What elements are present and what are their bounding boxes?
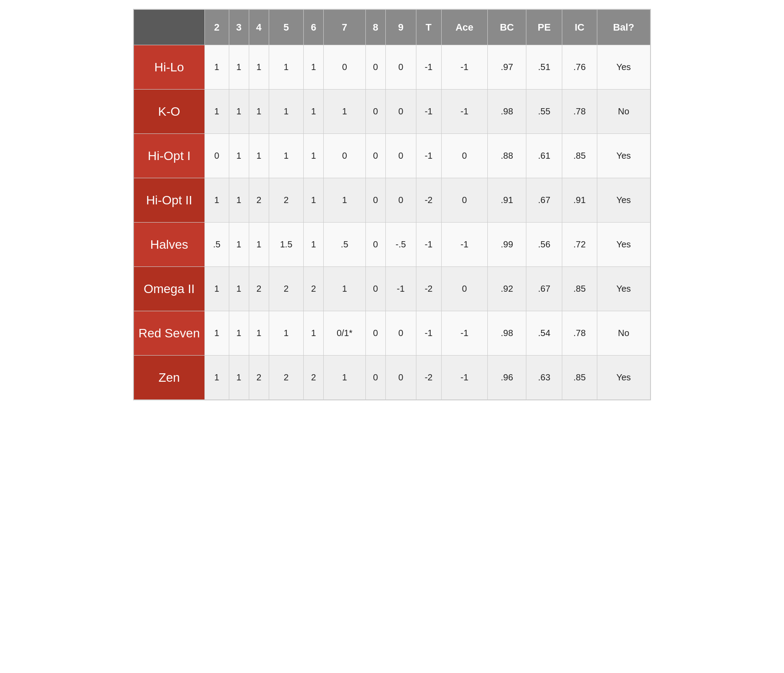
data-cell: 1	[205, 356, 229, 400]
row-label-hi-lo: Hi-Lo	[134, 45, 205, 90]
row-label-hi-opt-ii: Hi-Opt II	[134, 178, 205, 223]
column-header-5: 5	[269, 10, 303, 45]
data-cell: 1	[229, 311, 249, 356]
data-cell: .92	[488, 267, 526, 311]
data-cell: 0	[365, 90, 385, 134]
data-cell: .67	[526, 267, 562, 311]
data-cell: 0	[441, 178, 488, 223]
data-cell: Yes	[597, 178, 650, 223]
data-cell: 1	[205, 178, 229, 223]
column-header-strategy	[134, 10, 205, 45]
row-label-omega-ii: Omega II	[134, 267, 205, 311]
data-cell: 1	[324, 90, 366, 134]
row-label-hi-opt-i: Hi-Opt I	[134, 134, 205, 178]
data-cell: .96	[488, 356, 526, 400]
data-cell: 0	[441, 134, 488, 178]
data-cell: 1	[303, 90, 323, 134]
column-header-bal: Bal?	[597, 10, 650, 45]
column-header-pe: PE	[526, 10, 562, 45]
data-cell: 1	[249, 311, 269, 356]
data-cell: 1.5	[269, 223, 303, 267]
data-cell: -2	[416, 356, 441, 400]
data-cell: .99	[488, 223, 526, 267]
data-cell: 1	[205, 90, 229, 134]
column-header-4: 4	[249, 10, 269, 45]
data-cell: 2	[303, 356, 323, 400]
data-cell: 1	[269, 311, 303, 356]
data-cell: 1	[303, 178, 323, 223]
data-cell: .91	[488, 178, 526, 223]
data-cell: 1	[249, 90, 269, 134]
column-header-3: 3	[229, 10, 249, 45]
column-header-6: 6	[303, 10, 323, 45]
data-cell: 1	[269, 90, 303, 134]
column-header-8: 8	[365, 10, 385, 45]
data-cell: .88	[488, 134, 526, 178]
data-cell: .63	[526, 356, 562, 400]
data-cell: -1	[441, 45, 488, 90]
table-row: Red Seven111110/1*00-1-1.98.54.78No	[134, 311, 651, 356]
table-row: Omega II1122210-1-20.92.67.85Yes	[134, 267, 651, 311]
data-cell: -1	[441, 223, 488, 267]
table-row: Zen11222100-2-1.96.63.85Yes	[134, 356, 651, 400]
data-cell: 1	[205, 267, 229, 311]
data-cell: 1	[229, 267, 249, 311]
data-cell: No	[597, 90, 650, 134]
data-cell: 0	[324, 45, 366, 90]
data-cell: .85	[562, 267, 597, 311]
row-label-zen: Zen	[134, 356, 205, 400]
row-label-halves: Halves	[134, 223, 205, 267]
data-cell: Yes	[597, 45, 650, 90]
data-cell: .67	[526, 178, 562, 223]
data-cell: 0	[365, 267, 385, 311]
data-cell: 1	[324, 356, 366, 400]
data-cell: 1	[303, 223, 323, 267]
data-cell: Yes	[597, 223, 650, 267]
data-cell: Yes	[597, 267, 650, 311]
data-cell: 0	[385, 134, 416, 178]
data-cell: 0	[324, 134, 366, 178]
data-cell: 1	[303, 45, 323, 90]
data-cell: -1	[416, 134, 441, 178]
data-cell: .55	[526, 90, 562, 134]
data-cell: -1	[441, 311, 488, 356]
data-cell: 1	[229, 178, 249, 223]
data-cell: 1	[249, 45, 269, 90]
data-cell: No	[597, 311, 650, 356]
data-cell: 2	[249, 267, 269, 311]
data-cell: 0	[365, 311, 385, 356]
column-header-9: 9	[385, 10, 416, 45]
data-cell: 2	[269, 178, 303, 223]
data-cell: 1	[229, 45, 249, 90]
count-strategy-table: 23456789TAceBCPEICBal? Hi-Lo11111000-1-1…	[133, 9, 651, 400]
data-cell: .98	[488, 311, 526, 356]
data-cell: .76	[562, 45, 597, 90]
data-cell: 0	[365, 134, 385, 178]
row-label-k-o: K-O	[134, 90, 205, 134]
data-cell: 2	[269, 356, 303, 400]
data-cell: .5	[324, 223, 366, 267]
data-cell: 0	[385, 356, 416, 400]
data-cell: -1	[416, 311, 441, 356]
data-cell: .78	[562, 90, 597, 134]
table-row: Hi-Opt II11221100-20.91.67.91Yes	[134, 178, 651, 223]
data-cell: 2	[249, 356, 269, 400]
data-cell: 0	[385, 45, 416, 90]
data-cell: 0	[385, 178, 416, 223]
data-cell: -2	[416, 178, 441, 223]
data-cell: -1	[416, 90, 441, 134]
data-cell: 0	[441, 267, 488, 311]
column-header-ace: Ace	[441, 10, 488, 45]
data-cell: .85	[562, 134, 597, 178]
table-row: K-O11111100-1-1.98.55.78No	[134, 90, 651, 134]
data-cell: -1	[416, 223, 441, 267]
data-cell: .51	[526, 45, 562, 90]
table-row: Halves.5111.51.50-.5-1-1.99.56.72Yes	[134, 223, 651, 267]
data-cell: 1	[229, 134, 249, 178]
table-row: Hi-Opt I01111000-10.88.61.85Yes	[134, 134, 651, 178]
data-cell: 0	[205, 134, 229, 178]
data-cell: 0/1*	[324, 311, 366, 356]
column-header-2: 2	[205, 10, 229, 45]
data-cell: .54	[526, 311, 562, 356]
data-cell: .97	[488, 45, 526, 90]
